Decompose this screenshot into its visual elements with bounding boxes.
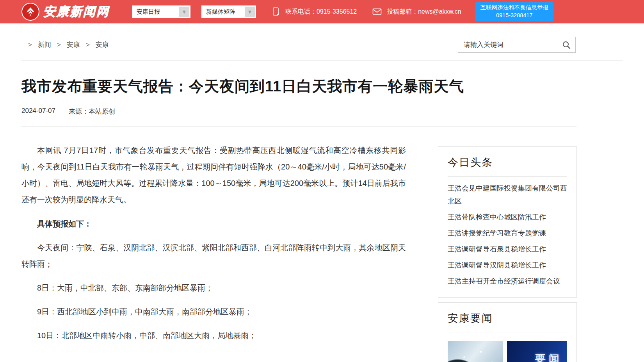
phone-icon — [272, 7, 280, 16]
main-content: 本网讯 7月7日17时，市气象台发布重要天气报告：受副热带高压西北侧暖湿气流和高… — [0, 127, 644, 362]
article-meta: 2024-07-07 来源：本站原创 — [21, 107, 623, 116]
svg-text:A: A — [29, 14, 31, 17]
header-divider — [21, 60, 623, 61]
chevron-down-icon: ▼ — [245, 7, 255, 17]
article-forecast-heading: 具体预报如下： — [21, 216, 406, 232]
article-source: 来源：本站原创 — [69, 107, 115, 116]
search-icon[interactable] — [562, 41, 571, 49]
article-forecast-item: 9日：西北部地区小到中雨，中南部大雨，南部部分地区暴雨； — [21, 303, 406, 320]
ankang-news-thumbnails: 要闻 — [448, 341, 567, 362]
todays-headlines-panel: 今日头条 王浩会见中建国际投资集团有限公司西北区 王浩带队检查中心城区防汛工作 … — [438, 146, 577, 298]
article-body: 本网讯 7月7日17时，市气象台发布重要天气报告：受副热带高压西北侧暖湿气流和高… — [21, 127, 406, 351]
ankang-news-title: 安康要闻 — [448, 311, 567, 332]
contact-email-label: 投稿邮箱：news@akxw.cn — [387, 8, 461, 16]
breadcrumb: > 新闻 > 安康 > 安康 — [28, 40, 109, 49]
headline-link[interactable]: 王浩调研督导汉阴县稳增长工作 — [448, 259, 567, 272]
contact-phone: 联系电话：0915-3356512 — [272, 7, 357, 16]
article-intro-paragraph: 本网讯 7月7日17时，市气象台发布重要天气报告：受副热带高压西北侧暖湿气流和高… — [21, 142, 406, 208]
article-forecast-item: 今天夜间：宁陕、石泉、汉阴北部、汉滨北部、紫阳北部和西部、白河北部阵雨转中到大雨… — [21, 239, 406, 272]
breadcrumb-separator: > — [57, 41, 61, 49]
contact-email: 投稿邮箱：news@akxw.cn — [372, 8, 461, 16]
article-forecast-item: 8日：大雨，中北部、东部、东南部部分地区暴雨； — [21, 280, 406, 296]
search-input[interactable] — [463, 41, 562, 49]
breadcrumb-search-row: > 新闻 > 安康 > 安康 — [0, 37, 644, 53]
article-title: 我市发布重要天气报告：今天夜间到11日白天我市有一轮暴雨天气 — [21, 77, 623, 96]
headline-link[interactable]: 王浩会见中建国际投资集团有限公司西北区 — [448, 182, 567, 208]
todays-headlines-list: 王浩会见中建国际投资集团有限公司西北区 王浩带队检查中心城区防汛工作 王浩讲授党… — [448, 182, 567, 288]
site-logo[interactable]: A 安康新闻网 — [21, 3, 110, 21]
dropdown-ankang-daily[interactable]: 安康日报 ▼ — [132, 5, 190, 18]
dropdown-new-media-matrix-label: 新媒体矩阵 — [206, 8, 235, 16]
breadcrumb-link[interactable]: 新闻 — [38, 40, 51, 49]
search-box — [458, 37, 576, 53]
dropdown-ankang-daily-label: 安康日报 — [137, 8, 160, 16]
news-thumbnail-rain-image[interactable] — [448, 341, 503, 362]
article-forecast-list: 今天夜间：宁陕、石泉、汉阴北部、汉滨北部、紫阳北部和西部、白河北部阵雨转中到大雨… — [21, 239, 406, 344]
article-forecast-item: 10日：北部地区中雨转小雨，中部、南部地区大雨，局地暴雨； — [21, 327, 406, 344]
logo-bird-icon: A — [21, 3, 39, 21]
breadcrumb-link[interactable]: 安康 — [96, 40, 109, 49]
dropdown-new-media-matrix[interactable]: 新媒体矩阵 ▼ — [201, 5, 256, 18]
breadcrumb-link[interactable]: 安康 — [67, 40, 80, 49]
ankang-news-panel: 安康要闻 要闻 — [438, 302, 577, 362]
headline-link[interactable]: 王浩带队检查中心城区防汛工作 — [448, 211, 567, 224]
todays-headlines-title: 今日头条 — [448, 155, 567, 177]
report-line1: 互联网违法和不良信息举报 — [478, 4, 551, 12]
site-logo-text: 安康新闻网 — [43, 4, 110, 20]
headline-link[interactable]: 王浩主持召开全市经济运行调度会议 — [448, 275, 567, 288]
illegal-content-report-button[interactable]: 互联网违法和不良信息举报 0915-3288417 — [475, 2, 553, 21]
sidebar: 今日头条 王浩会见中建国际投资集团有限公司西北区 王浩带队检查中心城区防汛工作 … — [438, 127, 577, 362]
top-header-bar: A 安康新闻网 安康日报 ▼ 新媒体矩阵 ▼ 联系电话：0915-3356512 — [0, 0, 644, 23]
article-date: 2024-07-07 — [21, 107, 55, 116]
breadcrumb-separator: > — [28, 41, 32, 49]
chevron-down-icon: ▼ — [179, 7, 189, 17]
news-thumbnail-yaowen-label: 要闻 — [535, 352, 562, 362]
news-thumbnail-yaowen[interactable]: 要闻 — [507, 341, 567, 362]
breadcrumb-separator: > — [86, 41, 90, 49]
report-line2: 0915-3288417 — [478, 12, 551, 20]
headline-link[interactable]: 王浩讲授党纪学习教育专题党课 — [448, 227, 567, 240]
contact-phone-label: 联系电话：0915-3356512 — [285, 8, 357, 16]
headline-link[interactable]: 王浩调研督导石泉县稳增长工作 — [448, 243, 567, 256]
mail-icon — [372, 8, 382, 15]
